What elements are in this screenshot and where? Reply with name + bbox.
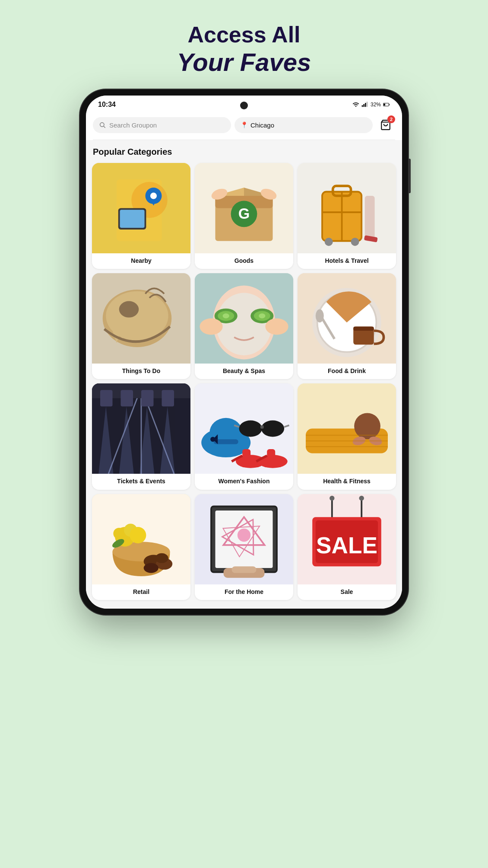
beauty-label: Beauty & Spas: [195, 364, 293, 379]
category-card-fashion[interactable]: Women's Fashion: [195, 383, 293, 489]
phone-frame: 10:34 32%: [80, 89, 408, 615]
svg-point-106: [113, 527, 125, 539]
home-label: For the Home: [195, 584, 293, 600]
hotels-label: Hotels & Travel: [298, 253, 396, 269]
search-placeholder: Search Groupon: [109, 121, 157, 129]
sale-label: Sale: [298, 584, 396, 600]
battery-icon: [383, 101, 390, 108]
section-title: Popular Categories: [92, 147, 396, 157]
svg-point-7: [100, 123, 104, 127]
beauty-image: [195, 273, 293, 364]
things-label: Things To Do: [92, 364, 190, 379]
svg-rect-36: [365, 196, 375, 241]
category-card-things[interactable]: Things To Do: [92, 273, 190, 379]
category-card-nearby[interactable]: Nearby: [92, 163, 190, 269]
svg-rect-0: [362, 105, 363, 107]
headline-line1: Access All: [177, 22, 311, 48]
category-card-beauty[interactable]: Beauty & Spas: [195, 273, 293, 379]
svg-point-50: [223, 313, 229, 318]
search-bar[interactable]: Search Groupon: [93, 117, 231, 133]
retail-label: Retail: [92, 584, 190, 600]
svg-rect-2: [365, 103, 366, 107]
fashion-image: [195, 383, 293, 474]
svg-point-35: [351, 238, 359, 246]
svg-point-62: [316, 310, 324, 322]
svg-text:SALE: SALE: [316, 532, 377, 558]
content-area: Popular Categories: [86, 140, 402, 609]
goods-image: G: [195, 163, 293, 253]
svg-rect-17: [120, 210, 145, 228]
sale-image: SALE: [298, 494, 396, 584]
svg-rect-122: [232, 566, 257, 573]
category-card-health[interactable]: Health & Fitness: [298, 383, 396, 489]
status-bar: 10:34 32%: [86, 96, 402, 112]
svg-rect-87: [260, 425, 264, 429]
page-headline: Access All Your Faves: [177, 22, 311, 77]
category-card-goods[interactable]: G Goods: [195, 163, 293, 269]
svg-rect-3: [367, 102, 368, 107]
category-card-food[interactable]: Food & Drink: [298, 273, 396, 379]
tickets-label: Tickets & Events: [92, 474, 190, 489]
category-card-home[interactable]: For the Home: [195, 494, 293, 600]
food-label: Food & Drink: [298, 364, 396, 379]
svg-point-108: [130, 527, 146, 543]
nearby-image: [92, 163, 190, 253]
wifi-icon: [352, 101, 359, 108]
svg-point-15: [150, 192, 157, 199]
svg-point-83: [210, 437, 215, 442]
svg-point-126: [330, 495, 334, 500]
svg-point-47: [216, 293, 272, 355]
pin-icon: 📍: [241, 121, 248, 128]
svg-point-54: [200, 319, 222, 335]
svg-rect-6: [389, 104, 390, 105]
svg-point-113: [155, 553, 168, 563]
signal-icon: [361, 101, 368, 108]
svg-rect-5: [383, 104, 385, 106]
hotels-image: [298, 163, 396, 253]
svg-point-112: [144, 563, 158, 573]
status-icons: 32%: [352, 101, 390, 108]
svg-point-84: [239, 421, 262, 437]
category-grid: Nearby: [92, 163, 396, 600]
things-image: [92, 273, 190, 364]
svg-rect-60: [353, 327, 374, 331]
health-image: [298, 383, 396, 474]
search-icon: [99, 121, 106, 128]
svg-point-120: [238, 528, 250, 541]
svg-point-53: [259, 313, 265, 318]
retail-image: [92, 494, 190, 584]
category-card-sale[interactable]: SALE Sale: [298, 494, 396, 600]
category-card-hotels[interactable]: Hotels & Travel: [298, 163, 396, 269]
svg-point-41: [119, 301, 139, 318]
category-card-tickets[interactable]: Tickets & Events: [92, 383, 190, 489]
location-bar[interactable]: 📍 Chicago: [234, 117, 373, 133]
search-row: Search Groupon 📍 Chicago 2: [86, 112, 402, 140]
svg-point-127: [359, 495, 364, 500]
fashion-label: Women's Fashion: [195, 474, 293, 489]
svg-rect-91: [242, 449, 250, 464]
health-label: Health & Fitness: [298, 474, 396, 489]
svg-point-85: [261, 421, 284, 437]
goods-label: Goods: [195, 253, 293, 269]
svg-point-34: [325, 238, 333, 246]
category-card-retail[interactable]: Retail: [92, 494, 190, 600]
svg-rect-69: [121, 390, 133, 407]
location-text: Chicago: [250, 121, 274, 129]
svg-rect-93: [267, 449, 275, 464]
svg-rect-68: [100, 390, 113, 407]
svg-rect-71: [162, 390, 174, 407]
food-image: [298, 273, 396, 364]
svg-rect-70: [141, 390, 154, 407]
nearby-label: Nearby: [92, 253, 190, 269]
status-time: 10:34: [98, 101, 116, 108]
phone-screen: 10:34 32%: [86, 96, 402, 609]
battery-text: 32%: [371, 102, 381, 108]
cart-badge: 2: [387, 115, 395, 123]
svg-point-55: [265, 319, 288, 335]
tickets-image: [92, 383, 190, 474]
svg-rect-1: [363, 104, 364, 107]
svg-text:G: G: [238, 205, 250, 222]
home-image: [195, 494, 293, 584]
cart-button[interactable]: 2: [376, 115, 395, 134]
headline-line2: Your Faves: [177, 48, 311, 77]
